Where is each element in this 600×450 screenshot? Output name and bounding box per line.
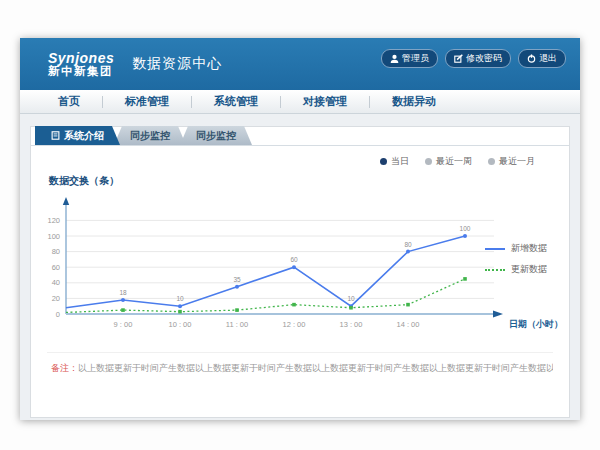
data-point xyxy=(406,303,410,307)
content-card: 系统介绍同步监控同步监控 当日最近一周最近一月 数据交换（条） 02040608… xyxy=(30,126,570,418)
radio-dot xyxy=(488,158,495,165)
footnote: 备注：以上数据更新于时间产生数据以上数据更新于时间产生数据以上数据更新于时间产生… xyxy=(47,352,553,375)
data-point xyxy=(349,306,353,310)
point-label: 18 xyxy=(119,289,127,296)
header-button-label: 修改密码 xyxy=(466,52,502,65)
header-button-label: 管理员 xyxy=(402,52,429,65)
data-point xyxy=(121,298,125,302)
legend-line-sample xyxy=(485,248,505,250)
chart-title: 数据交换（条） xyxy=(49,174,569,188)
nav-item-2[interactable]: 系统管理 xyxy=(192,94,280,109)
tab-2[interactable]: 同步监控 xyxy=(180,126,252,145)
tabs-row: 系统介绍同步监控同步监控 xyxy=(31,126,569,146)
tab-label: 同步监控 xyxy=(196,129,236,143)
user-icon xyxy=(390,54,399,63)
y-tick-label: 20 xyxy=(52,294,60,303)
data-point xyxy=(235,308,239,312)
point-label: 100 xyxy=(460,225,471,232)
header-button-logout[interactable]: 退出 xyxy=(518,49,566,68)
app-window: Synjones 新中新集团 数据资源中心 管理员修改密码退出 首页标准管理系统… xyxy=(20,38,580,420)
y-tick-label: 80 xyxy=(52,247,60,256)
nav-item-1[interactable]: 标准管理 xyxy=(103,94,191,109)
y-tick-label: 100 xyxy=(47,232,60,241)
chart-area: 0204060801001209 : 0010 : 0011 : 0012 : … xyxy=(31,190,569,342)
logo-text-cn: 新中新集团 xyxy=(48,65,114,77)
x-tick-label: 14 : 00 xyxy=(397,320,420,329)
radio-label: 最近一月 xyxy=(499,155,535,168)
header-button-change-password[interactable]: 修改密码 xyxy=(445,49,511,68)
y-tick-label: 40 xyxy=(52,278,60,287)
data-point xyxy=(406,250,410,254)
legend-label: 新增数据 xyxy=(511,242,547,255)
x-tick-label: 10 : 00 xyxy=(169,320,192,329)
footnote-text: 以上数据更新于时间产生数据以上数据更新于时间产生数据以上数据更新于时间产生数据以… xyxy=(78,363,553,373)
header-user-buttons: 管理员修改密码退出 xyxy=(381,49,566,68)
point-label: 10 xyxy=(347,295,355,302)
radio-option-0[interactable]: 当日 xyxy=(380,155,409,168)
tab-label: 同步监控 xyxy=(130,129,170,143)
data-point xyxy=(235,285,239,289)
x-tick-label: 13 : 00 xyxy=(340,320,363,329)
document-icon xyxy=(51,131,60,140)
logo-text-en: Synjones xyxy=(48,51,114,66)
page-title: 数据资源中心 xyxy=(132,55,222,73)
time-range-filters: 当日最近一周最近一月 xyxy=(31,146,569,168)
radio-label: 最近一周 xyxy=(436,155,472,168)
point-label: 10 xyxy=(176,295,184,302)
data-point xyxy=(463,277,467,281)
data-point xyxy=(292,265,296,269)
page: Synjones 新中新集团 数据资源中心 管理员修改密码退出 首页标准管理系统… xyxy=(0,0,600,450)
y-tick-label: 120 xyxy=(47,216,60,225)
tab-0[interactable]: 系统介绍 xyxy=(35,126,120,145)
point-label: 80 xyxy=(404,241,412,248)
series-legend: 新增数据更新数据 xyxy=(485,242,547,276)
x-axis-arrow xyxy=(493,311,503,318)
radio-label: 当日 xyxy=(391,155,409,168)
data-point xyxy=(292,303,296,307)
x-tick-label: 12 : 00 xyxy=(283,320,306,329)
radio-option-1[interactable]: 最近一周 xyxy=(425,155,472,168)
data-point xyxy=(121,308,125,312)
nav-item-3[interactable]: 对接管理 xyxy=(281,94,369,109)
footnote-label: 备注： xyxy=(51,363,78,373)
app-header: Synjones 新中新集团 数据资源中心 管理员修改密码退出 xyxy=(20,38,580,90)
y-tick-label: 0 xyxy=(56,310,60,319)
nav-item-4[interactable]: 数据异动 xyxy=(370,94,458,109)
legend-line-sample xyxy=(485,269,505,271)
nav-item-0[interactable]: 首页 xyxy=(36,94,102,109)
x-tick-label: 11 : 00 xyxy=(226,320,248,329)
radio-dot xyxy=(425,158,432,165)
tab-1[interactable]: 同步监控 xyxy=(114,126,186,145)
point-label: 60 xyxy=(290,256,298,263)
radio-option-2[interactable]: 最近一月 xyxy=(488,155,535,168)
legend-label: 更新数据 xyxy=(511,263,547,276)
x-axis-title: 日期（小时） xyxy=(509,319,563,329)
header-button-account[interactable]: 管理员 xyxy=(381,49,438,68)
main-nav: 首页标准管理系统管理对接管理数据异动 xyxy=(20,90,580,114)
header-button-label: 退出 xyxy=(539,52,557,65)
y-axis-arrow xyxy=(63,197,69,205)
edit-icon xyxy=(454,54,463,63)
tab-label: 系统介绍 xyxy=(64,129,104,143)
company-logo: Synjones 新中新集团 xyxy=(48,51,114,78)
data-point xyxy=(178,304,182,308)
legend-item-1[interactable]: 更新数据 xyxy=(485,263,547,276)
y-tick-label: 60 xyxy=(52,263,60,272)
data-point xyxy=(463,234,467,238)
x-tick-label: 9 : 00 xyxy=(114,320,133,329)
legend-item-0[interactable]: 新增数据 xyxy=(485,242,547,255)
power-icon xyxy=(527,54,536,63)
radio-dot xyxy=(380,158,387,165)
data-point xyxy=(178,310,182,314)
point-label: 35 xyxy=(233,276,241,283)
